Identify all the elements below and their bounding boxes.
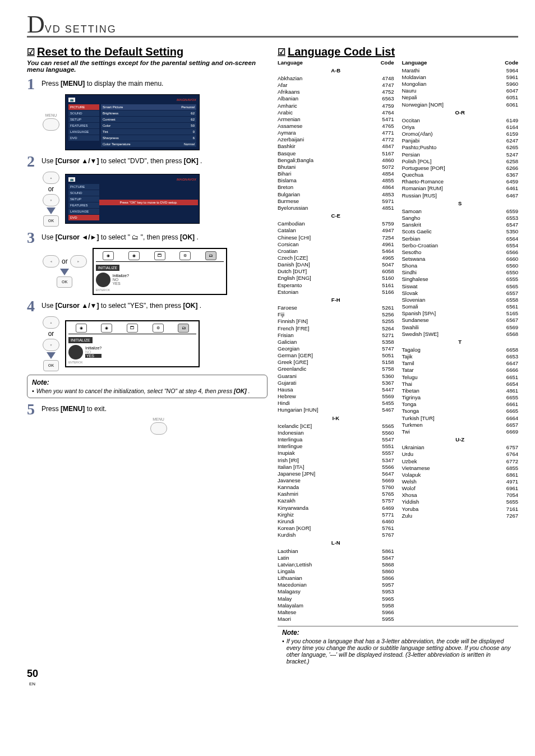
lang-row: Tibetan4861 <box>402 388 519 394</box>
lang-row: Tajik6653 <box>402 353 519 360</box>
lang-row: Nepali6051 <box>402 94 519 101</box>
tv-menu-row: Sharpness6 <box>101 135 196 141</box>
lang-row: Corsican4961 <box>278 241 394 248</box>
osd-icon-4: ⚙ <box>179 251 191 260</box>
lang-row: Slovenian6558 <box>402 297 519 303</box>
osd-icon-initialize: 🗂 <box>178 324 189 333</box>
lang-row: Greek [GRE]5158 <box>278 359 394 366</box>
ok-button-icon: OK <box>57 276 72 288</box>
lang-row: Samoan6559 <box>402 208 519 215</box>
lang-row: Kashmiri5765 <box>278 491 394 497</box>
lang-row: Chinese [CHI]7254 <box>278 234 394 241</box>
osd-icon-1: ◉ <box>103 251 114 260</box>
lang-row: Inupiak5557 <box>278 450 394 457</box>
lang-row: Twi6669 <box>402 428 519 435</box>
right-column: ☑ Language Code List Language Code A-BAb… <box>278 42 518 669</box>
lang-row: Portuguese [POR]6266 <box>402 165 519 172</box>
step-1-diagram: MENU 📺 MAGNAVOX PICTURESOUNDSETUPFEATURE… <box>43 94 268 150</box>
lang-row: Scots Gaelic5350 <box>402 228 519 235</box>
lang-row: Bulgarian4853 <box>278 191 394 198</box>
lang-row: Japanese [JPN]5647 <box>278 471 394 477</box>
lang-row: Spanish [SPA]5165 <box>402 310 519 317</box>
lang-row: Thai6654 <box>402 381 519 388</box>
lang-row: Bihari4854 <box>278 170 394 177</box>
lang-row: Pashto;Pushto6265 <box>402 144 519 151</box>
lang-row: Zulu7267 <box>402 513 519 519</box>
lang-row: Armenian5471 <box>278 116 394 123</box>
tv-menu-row: Color TemperatureNormal <box>101 141 196 147</box>
lang-row: Hebrew5569 <box>278 393 394 400</box>
lang-row: Tigrinya6655 <box>402 394 519 401</box>
cursor-updown-diagram: ▲ or ▼ OK <box>43 316 59 371</box>
lang-row: Malay5965 <box>278 596 394 602</box>
lang-row: Korean [KOR]5761 <box>278 525 394 532</box>
lang-row: Serbo-Croatian6554 <box>402 242 519 249</box>
lang-row: Interlingua5547 <box>278 436 394 443</box>
lang-row: Finnish [FIN]5255 <box>278 318 394 325</box>
lang-row: Rhaeto-Romance6459 <box>402 178 519 185</box>
osd-icon-2: ◉ <box>101 324 112 333</box>
language-code-table: Language Code A-BAbkhazian4748Afar4747Af… <box>278 59 518 623</box>
lang-section-title: ☑ Language Code List <box>278 45 518 58</box>
lang-row: Singhalese6555 <box>402 276 519 283</box>
lang-row: Somali6561 <box>402 303 519 310</box>
tv-sidebar-item: PICTURE <box>68 184 99 190</box>
tv-menu-row: Smart PicturePersonal <box>101 104 196 110</box>
step-1-num: 1 <box>27 76 37 92</box>
lang-row: Bhutani5072 <box>278 164 394 170</box>
lang-row: Georgian5747 <box>278 345 394 352</box>
lang-row: Bislama4855 <box>278 177 394 184</box>
lang-row: Slovak6557 <box>402 290 519 297</box>
cursor-right-icon: ► <box>70 255 87 268</box>
tv-menu-row: Brightness62 <box>101 110 196 116</box>
note-box-left: Note: • When you want to cancel the init… <box>27 375 268 398</box>
lang-row: Ukrainian6757 <box>402 444 519 451</box>
osd-icon-initialize: 🗂 <box>205 251 216 260</box>
lang-row: Malayalam5958 <box>278 602 394 609</box>
tv-logo-icon: 📺 <box>68 98 75 102</box>
lang-row: Hindi5455 <box>278 400 394 407</box>
lang-row: Afar4747 <box>278 82 394 89</box>
lang-group-header: L-N <box>278 540 394 546</box>
lang-row: Yiddish5655 <box>402 499 519 505</box>
lang-row: Kurdish5767 <box>278 532 394 538</box>
lang-row: Swedish [SWE]6568 <box>402 331 519 338</box>
lang-row: Maltese5966 <box>278 609 394 616</box>
lang-row: Persian5247 <box>402 151 519 158</box>
step-2-diagram: ▲ or ▼ OK 📺 MAGNAVOX PICTURESOUNDSETUPFE… <box>43 172 268 227</box>
header-text: VD SETTING <box>45 24 117 35</box>
tv2-sidebar: PICTURESOUNDSETUPFEATURESLANGUAGEDVD <box>68 184 99 220</box>
lang-row: Azerbaijani4772 <box>278 136 394 143</box>
lang-row: Tonga6661 <box>402 401 519 408</box>
cursor-up-icon: ▲ <box>43 316 59 329</box>
lang-row: Hungarian [HUN]5467 <box>278 407 394 413</box>
lang-group-header: S <box>402 200 519 207</box>
lang-row: Setswana6660 <box>402 256 519 262</box>
tv-sidebar-item: SETUP <box>68 117 99 122</box>
lang-col-2: Language Code Marathi5964Moldavian5961Mo… <box>402 59 519 623</box>
lang-row: Latin5847 <box>278 555 394 561</box>
reset-title-text: Reset to the Default Setting <box>37 45 183 58</box>
lang-row: Dutch [DUT]6058 <box>278 268 394 275</box>
lang-row: Kinyarwanda6469 <box>278 505 394 511</box>
note-box-right: Note: • If you choose a language that ha… <box>278 626 518 668</box>
lang-row: Tsonga6665 <box>402 408 519 414</box>
arrow-down-icon <box>60 269 69 275</box>
lang-row: Russian [RUS]6467 <box>402 192 519 199</box>
step-3-diagram: ◄ or ► OK ◉ ◉ 🗔 ⚙ 🗂 INITIALIZE <box>43 248 268 295</box>
lang-row: Cambodian5759 <box>278 220 394 227</box>
brand-label: MAGNAVOX <box>177 178 196 181</box>
lang-row: Irish [IRI]5347 <box>278 457 394 464</box>
lang-row: Burmese5971 <box>278 198 394 205</box>
lang-row: Greenlandic5758 <box>278 366 394 372</box>
lang-row: Uzbek6772 <box>402 458 519 465</box>
tv-menu-1: 📺 MAGNAVOX PICTURESOUNDSETUPFEATURESLANG… <box>65 94 200 150</box>
tv-sidebar-item: SETUP <box>68 196 99 202</box>
tv-sidebar-item: PICTURE <box>68 104 99 110</box>
osd-icon-3: 🗔 <box>127 324 138 333</box>
lang-row: Turkish [TUR]6664 <box>402 415 519 422</box>
lang-row: Kirundi6460 <box>278 518 394 525</box>
tv-sidebar-item: LANGUAGE <box>68 209 99 214</box>
lang-col-1: Language Code A-BAbkhazian4748Afar4747Af… <box>278 59 394 623</box>
lang-row: Interlingue5551 <box>278 443 394 450</box>
